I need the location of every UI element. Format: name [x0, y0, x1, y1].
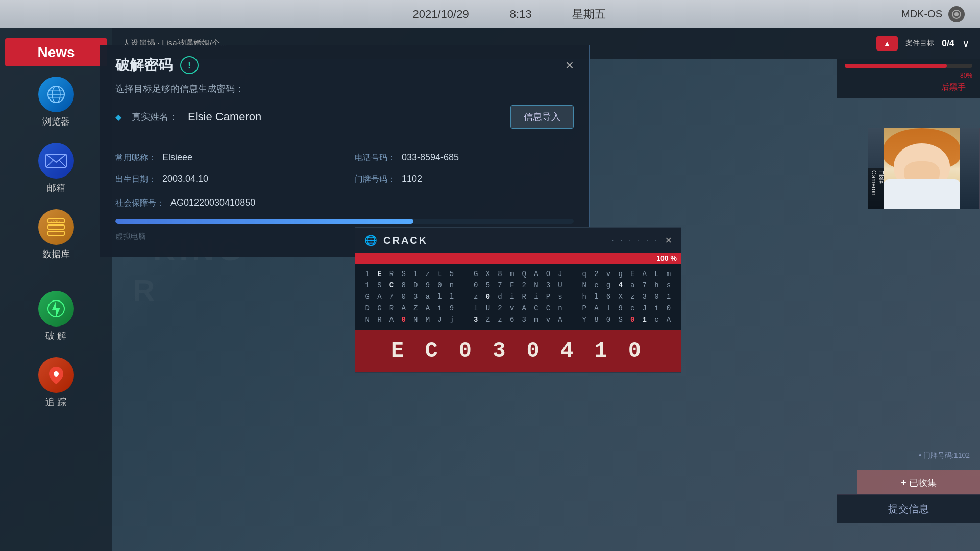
- browser-label: 浏览器: [42, 115, 70, 128]
- crack-row-4: D G R A Z A i 9 l U 2 v A C C n P A l 9 …: [361, 303, 675, 314]
- side-mission-panel: 80% 后黑手: [837, 59, 980, 98]
- crack-dialog-progress-fill: [115, 219, 413, 224]
- crack-dialog-title: 破解密码: [115, 56, 173, 75]
- crack-dots: · · · · · ·: [611, 236, 659, 245]
- track-icon: [38, 357, 74, 393]
- crack-dialog-header: 破解密码 ! ×: [115, 56, 574, 75]
- database-icon: <SQL>: [38, 209, 74, 245]
- field-nickname: 常用昵称： Elsieee: [115, 152, 334, 163]
- field-birthday: 出生日期： 2003.04.10: [115, 173, 334, 185]
- top-bar-day: 星期五: [572, 7, 606, 22]
- crack-overlay-progress: 100 %: [355, 253, 681, 264]
- c1: 1: [361, 268, 374, 280]
- crack-dialog: 破解密码 ! × 选择目标足够的信息生成密码： ◆ 真实姓名： 信息导入 常用昵…: [100, 45, 590, 257]
- nickname-label: 常用昵称：: [115, 153, 156, 163]
- mission-progress-fill: [845, 64, 947, 68]
- top-bar-center: 2021/10/29 8:13 星期五: [413, 7, 606, 22]
- field-social: 社会保障号： AG01220030410850: [115, 197, 574, 209]
- crack-overlay-title: CRACK: [383, 235, 605, 246]
- social-value: AG01220030410850: [170, 197, 255, 208]
- top-bar: 2021/10/29 8:13 星期五 MDK-OS: [0, 0, 980, 28]
- crack-dialog-progress: [115, 219, 574, 224]
- import-button[interactable]: 信息导入: [510, 105, 574, 129]
- submit-button[interactable]: 提交信息: [837, 494, 980, 523]
- crack-dialog-close[interactable]: ×: [566, 58, 574, 72]
- svg-text:<SQL>: <SQL>: [51, 220, 61, 223]
- bg-text-2: R: [133, 273, 159, 308]
- door-hint: • 门牌号码:1102: [919, 451, 970, 460]
- crack-globe-icon: 🌐: [364, 234, 377, 246]
- birthday-value: 2003.04.10: [162, 173, 208, 184]
- crack-percent: 100 %: [656, 254, 677, 262]
- crack-row-3: G A 7 0 3 a l l z 0 d i R i P s h l 6 X …: [361, 291, 675, 303]
- info-grid: 常用昵称： Elsieee 电话号码： 033-8594-685 出生日期： 2…: [115, 152, 574, 185]
- mission-action[interactable]: 后黑手: [845, 82, 972, 93]
- crack-row-2: 1 S C 8 D 9 0 n 0 5 7 F 2 N 3 U N e g 4 …: [361, 280, 675, 291]
- email-icon: [38, 143, 74, 179]
- crack-overlay-header: 🌐 CRACK · · · · · · ×: [355, 228, 681, 253]
- portrait-face: [884, 128, 960, 209]
- c2: E: [374, 268, 386, 280]
- top-bar-time: 8:13: [510, 8, 532, 21]
- crack-dialog-subtitle: 选择目标足够的信息生成密码：: [115, 83, 574, 95]
- mission-percent: 80%: [845, 72, 972, 79]
- svg-rect-10: [48, 231, 64, 235]
- crack-chars-grid: 1 E R S 1 z t 5 G X 8 m Q A O J q 2 v g …: [355, 264, 681, 330]
- crack-overlay: 🌐 CRACK · · · · · · × 100 % 1 E R S 1 z …: [355, 227, 681, 373]
- collected-badge[interactable]: + 已收集: [857, 470, 980, 495]
- door-value: 1102: [402, 173, 422, 184]
- phone-value: 033-8594-685: [402, 152, 459, 163]
- character-portrait: Elsie Cameron: [868, 128, 980, 209]
- mission-progress-bar: [845, 64, 972, 68]
- sidebar-item-email[interactable]: 邮箱: [10, 138, 102, 199]
- field-door: 门牌号码： 1102: [355, 173, 574, 185]
- top-bar-date: 2021/10/29: [413, 8, 469, 21]
- svg-point-1: [954, 12, 959, 16]
- browser-icon: [38, 77, 74, 112]
- info-icon: !: [180, 56, 199, 74]
- phone-label: 电话号码：: [355, 153, 396, 163]
- crack-overlay-close[interactable]: ×: [665, 234, 672, 247]
- crack-overlay-progress-fill: [355, 253, 681, 264]
- name-field-input[interactable]: [188, 110, 500, 123]
- crack-row-1: 1 E R S 1 z t 5 G X 8 m Q A O J q 2 v g …: [361, 268, 675, 280]
- system-label: MDK-OS: [901, 8, 942, 20]
- sidebar: News 浏览器 邮箱: [0, 28, 112, 551]
- sidebar-item-news[interactable]: News: [5, 38, 107, 66]
- top-bar-right: MDK-OS: [901, 6, 965, 22]
- crack-label: 破 解: [45, 330, 66, 342]
- svg-rect-9: [48, 225, 64, 229]
- system-icon[interactable]: [948, 6, 965, 22]
- name-field-label: 真实姓名：: [132, 111, 178, 123]
- door-label: 门牌号码：: [355, 174, 396, 185]
- nickname-value: Elsieee: [162, 152, 192, 163]
- mission-count: 0/4: [942, 38, 954, 49]
- submit-area: 提交信息: [837, 494, 980, 523]
- sidebar-item-track[interactable]: 追 踪: [10, 352, 102, 413]
- alert-button[interactable]: ▲: [876, 36, 898, 51]
- svg-point-13: [54, 371, 59, 377]
- email-label: 邮箱: [47, 182, 65, 194]
- crack-row-5: N R A 0 N M J j 3 Z z 6 3 m v A Y 8 0 S …: [361, 314, 675, 325]
- birthday-label: 出生日期：: [115, 174, 156, 185]
- sidebar-item-database[interactable]: <SQL> 数据库: [10, 204, 102, 265]
- diamond-icon: ◆: [115, 112, 121, 122]
- sidebar-item-browser[interactable]: 浏览器: [10, 71, 102, 133]
- expand-button[interactable]: ∨: [962, 37, 970, 49]
- track-label: 追 踪: [45, 396, 66, 408]
- crack-result-bar: E C 0 3 0 4 1 0: [355, 330, 681, 372]
- crack-result: E C 0 3 0 4 1 0: [391, 339, 645, 363]
- social-label: 社会保障号：: [115, 198, 164, 209]
- field-phone: 电话号码： 033-8594-685: [355, 152, 574, 163]
- name-row: ◆ 真实姓名： 信息导入: [115, 105, 574, 139]
- mission-label: 案件目标: [905, 39, 934, 48]
- sidebar-item-crack[interactable]: 破 解: [10, 286, 102, 347]
- crack-icon: [38, 291, 74, 327]
- database-label: 数据库: [42, 248, 70, 260]
